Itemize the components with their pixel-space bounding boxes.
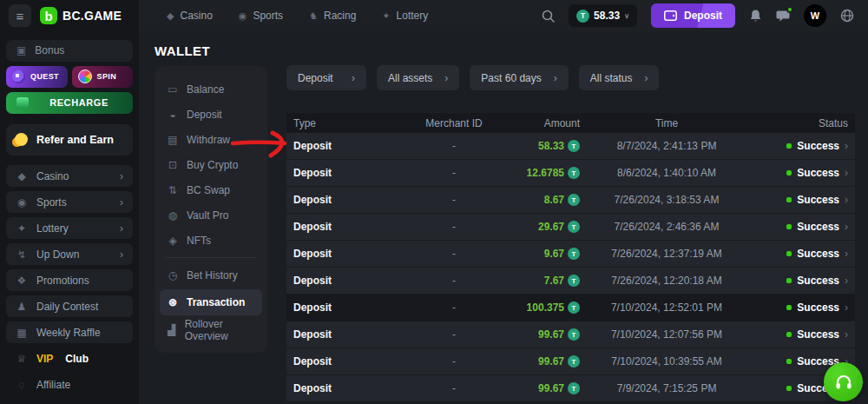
column-header-merchant-id: Merchant ID [398,117,510,129]
filter-status-dropdown[interactable]: All status › [579,65,660,90]
status-label: Success [797,167,839,179]
table-row[interactable]: Deposit - 9.67T 7/26/2024, 12:37:19 AM S… [286,241,855,268]
vip-label: VIP [36,353,53,365]
sidebar-item-lottery[interactable]: ✦ Lottery › [6,217,133,239]
deposit-button[interactable]: Deposit [651,3,735,28]
swap-arrows-icon: ⇅ [167,184,179,196]
wallet-nav-label: Bet History [187,269,238,281]
success-dot-icon [786,332,792,337]
sports-icon: ◉ [16,196,28,209]
balance-selector[interactable]: T 58.33 ∨ [569,4,637,27]
recharge-button[interactable]: RECHARGE [6,92,133,114]
refer-and-earn-button[interactable]: Refer and Earn [6,124,133,156]
bonus-button[interactable]: ▣ Bonus [6,40,133,62]
tether-icon: T [568,167,580,179]
table-row[interactable]: Deposit - 8.67T 7/26/2024, 3:18:53 AM Su… [286,187,855,214]
avatar[interactable]: W [804,4,826,27]
wallet-nav-balance[interactable]: ▭ Balance [155,76,267,102]
cell-status[interactable]: Success› [753,140,848,152]
chevron-down-icon: ∨ [624,12,629,20]
wallet-nav-rollover-overview[interactable]: ▟ Rollover Overview [155,317,267,342]
cell-merchant-id: - [398,355,510,368]
chevron-right-icon: › [444,72,448,84]
tether-icon: T [568,221,580,233]
cell-time: 7/10/2024, 10:39:55 AM [580,355,753,368]
nav-casino[interactable]: ◆ Casino [167,10,213,22]
wallet-nav-deposit[interactable]: ◒ Deposit [155,102,267,127]
wallet-nav-vault-pro[interactable]: ◍ Vault Pro [155,202,267,228]
table-row[interactable]: Deposit - 29.67T 7/26/2024, 2:46:36 AM S… [286,214,855,241]
quest-label: QUEST [30,72,59,81]
cell-amount: 8.67T [510,194,580,206]
table-row[interactable]: Deposit - 58.33T 8/7/2024, 2:41:13 PM Su… [286,133,855,160]
cell-amount: 99.67T [510,355,580,368]
success-dot-icon [786,170,792,176]
quest-button[interactable]: QUEST [6,66,68,88]
wallet-nav-label: Buy Crypto [187,159,238,171]
bell-icon [749,9,762,23]
sidebar-item-label: Sports [36,196,67,209]
hamburger-menu-button[interactable]: ≡ [9,4,31,27]
cell-status[interactable]: Success› [753,248,848,260]
cell-status[interactable]: Success› [753,301,848,314]
tether-icon: T [568,248,580,260]
status-label: Success [797,194,839,206]
sidebar-item-sports[interactable]: ◉ Sports › [6,191,133,213]
page-title: WALLET [155,43,210,58]
status-label: Success [797,221,839,233]
main-content: WALLET ▭ Balance ◒ Deposit ▤ Withdraw ⊡ … [139,31,868,404]
sidebar-item-vip-club[interactable]: ♕ VIP Club [6,348,133,369]
cell-status[interactable]: Success› [753,167,848,179]
status-label: Success [797,275,839,287]
table-row-highlighted[interactable]: Deposit - 100.375T 7/10/2024, 12:52:01 P… [286,295,855,321]
filter-date-range-dropdown[interactable]: Past 60 days › [470,65,568,90]
cell-status[interactable]: Success› [753,275,848,287]
cell-status[interactable]: Success› [753,194,848,206]
table-row[interactable]: Deposit - 12.6785T 8/6/2024, 1:40:10 AM … [286,160,855,187]
wallet-nav-label: Withdraw [187,134,230,146]
cell-amount: 58.33T [510,140,580,152]
balance-amount: 58.33 [594,10,620,22]
wallet-nav-bet-history[interactable]: ◷ Bet History [155,262,267,288]
ticket-icon: ▦ [16,327,28,339]
nav-sports[interactable]: ◉ Sports [239,10,283,22]
nav-label: Lottery [397,10,429,22]
sidebar-item-casino[interactable]: ◆ Casino › [6,165,133,187]
language-button[interactable] [840,9,854,23]
cell-type: Deposit [293,355,398,368]
success-dot-icon [786,251,792,256]
wallet-nav-transaction[interactable]: ⊛ Transaction [160,289,262,315]
sidebar-item-weekly-raffle[interactable]: ▦ Weekly Raffle [6,321,133,343]
chat-button[interactable] [776,10,790,23]
cell-status[interactable]: Success› [753,328,848,341]
nav-racing[interactable]: ♞ Racing [309,10,356,22]
gold-coins-icon [15,133,28,146]
cell-time: 7/26/2024, 12:37:19 AM [580,248,753,260]
tether-icon: T [568,328,580,341]
avatar-glyph: W [811,10,819,21]
wallet-nav-nfts[interactable]: ◈ NFTs [155,228,267,253]
megaphone-icon: ❖ [16,275,28,287]
sidebar-item-daily-contest[interactable]: ♟ Daily Contest [6,295,133,317]
support-button[interactable] [824,362,863,401]
sidebar-item-affiliate[interactable]: ◌ Affiliate [6,374,133,395]
bc-game-logo[interactable]: b BC.GAME [40,7,122,24]
table-row[interactable]: Deposit - 99.67T 7/9/2024, 7:15:25 PM Su… [286,375,855,402]
wallet-nav-bc-swap[interactable]: ⇅ BC Swap [155,177,267,202]
sidebar-item-promotions[interactable]: ❖ Promotions [6,269,133,291]
notifications-button[interactable] [749,9,762,23]
spin-button[interactable]: SPIN [72,66,134,88]
table-row[interactable]: Deposit - 7.67T 7/26/2024, 12:20:18 AM S… [286,268,855,295]
cell-merchant-id: - [398,328,510,341]
topbar-right-group: T 58.33 ∨ Deposit W [542,3,854,28]
nav-lottery[interactable]: ✦ Lottery [382,10,428,22]
buy-crypto-icon: ⊡ [167,159,179,171]
search-button[interactable] [542,10,555,23]
table-row[interactable]: Deposit - 99.67T 7/10/2024, 12:07:56 PM … [286,321,855,348]
filter-assets-dropdown[interactable]: All assets › [377,65,459,90]
filter-type-dropdown[interactable]: Deposit › [286,65,366,90]
cell-status[interactable]: Success› [753,221,848,233]
table-row[interactable]: Deposit - 99.67T 7/10/2024, 10:39:55 AM … [286,348,855,375]
crown-icon: ♕ [16,353,28,365]
sidebar-item-up-down[interactable]: ↯ Up Down › [6,243,133,265]
